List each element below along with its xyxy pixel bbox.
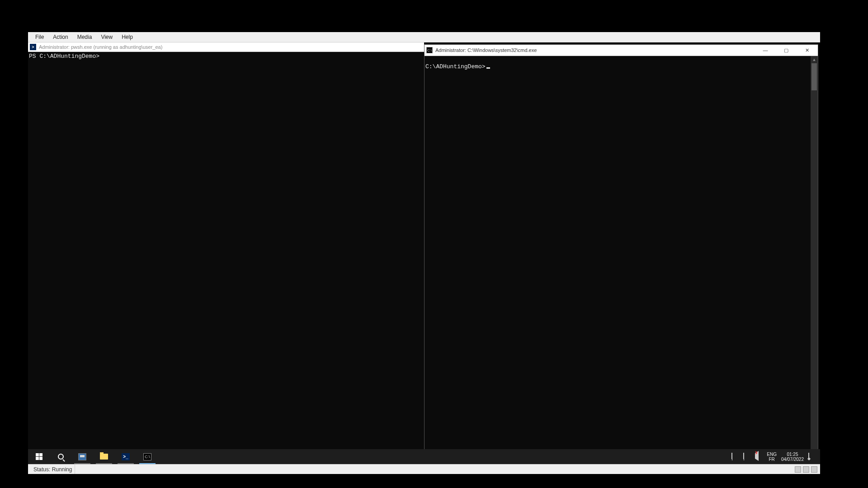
search-button[interactable] <box>50 449 71 464</box>
taskbar-clock[interactable]: 01:25 04/07/2022 <box>781 452 804 462</box>
cmd-prompt: C:\ADHuntingDemo> <box>425 63 486 70</box>
scroll-thumb[interactable] <box>811 63 817 90</box>
menu-media[interactable]: Media <box>73 33 97 41</box>
cmd-title-text: Administrator: C:\Windows\system32\cmd.e… <box>435 47 537 53</box>
taskbar-date: 04/07/2022 <box>781 457 804 462</box>
network-tray-icon[interactable] <box>731 453 739 460</box>
minimize-button[interactable]: — <box>756 45 774 56</box>
language-top: ENG <box>767 452 777 457</box>
language-indicator[interactable]: ENG FR <box>767 452 777 462</box>
viewer-status-icon-1[interactable] <box>795 466 801 473</box>
viewer-status-icons <box>795 466 817 473</box>
menu-view[interactable]: View <box>96 33 117 41</box>
action-center-icon[interactable] <box>808 453 816 460</box>
maximize-button[interactable]: ▢ <box>777 45 795 56</box>
menu-action[interactable]: Action <box>48 33 72 41</box>
server-manager-button[interactable] <box>71 449 93 464</box>
cmd-icon: C:\ <box>426 47 433 53</box>
powershell-titlebar[interactable]: > Administrator: pwsh.exe (running as ad… <box>28 42 424 52</box>
display-tray-icon[interactable] <box>743 453 750 460</box>
close-button[interactable]: ✕ <box>798 45 816 56</box>
menu-file[interactable]: File <box>31 33 48 41</box>
cmd-titlebar[interactable]: C:\ Administrator: C:\Windows\system32\c… <box>425 45 818 56</box>
powershell-terminal[interactable]: PS C:\ADHuntingDemo> <box>28 52 424 459</box>
viewer-status-text: Status: Running <box>31 465 75 474</box>
powershell-icon: > <box>30 44 36 50</box>
cmd-window[interactable]: C:\ Administrator: C:\Windows\system32\c… <box>424 44 818 459</box>
cmd-button[interactable]: C:\ <box>137 449 158 464</box>
guest-desktop: > Administrator: pwsh.exe (running as ad… <box>28 42 820 464</box>
volume-tray-icon[interactable] <box>755 453 762 460</box>
powershell-prompt: PS C:\ADHuntingDemo> <box>29 53 99 60</box>
file-explorer-button[interactable] <box>93 449 115 464</box>
powershell-button[interactable]: >_ <box>115 449 137 464</box>
taskbar-time: 01:25 <box>781 452 804 457</box>
start-button[interactable] <box>28 449 50 464</box>
viewer-status-bar: Status: Running <box>28 464 820 474</box>
menu-help[interactable]: Help <box>117 33 137 41</box>
powershell-title-text: Administrator: pwsh.exe (running as adhu… <box>39 44 162 50</box>
viewer-status-icon-2[interactable] <box>803 466 809 473</box>
system-tray[interactable]: ENG FR 01:25 04/07/2022 <box>727 449 820 464</box>
viewer-status-icon-3[interactable] <box>811 466 817 473</box>
powershell-window[interactable]: > Administrator: pwsh.exe (running as ad… <box>28 42 424 459</box>
language-bottom: FR <box>767 457 777 462</box>
viewer-menu-bar: File Action Media View Help <box>28 32 820 42</box>
scroll-up-icon[interactable]: ▲ <box>811 56 818 63</box>
vm-viewer-window: File Action Media View Help > Administra… <box>28 32 820 474</box>
guest-taskbar: >_C:\ ENG FR 01:25 04/07/2022 <box>28 449 820 464</box>
cmd-cursor <box>486 67 490 69</box>
cmd-scrollbar[interactable]: ▲ ▼ <box>811 56 818 459</box>
cmd-terminal[interactable]: C:\ADHuntingDemo> <box>425 56 811 459</box>
